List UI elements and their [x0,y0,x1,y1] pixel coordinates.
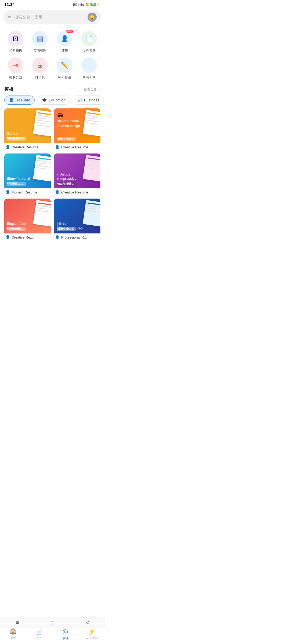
thumb-2-text: Stand out withcreative design [57,119,80,128]
tool-pdfmark[interactable]: ✏️ PDF标注 [53,57,76,80]
education-tab-label: Education [49,98,65,102]
status-bar: 12:34 157 KB/s 📶 95 ⚡ [0,0,105,8]
new-badge: NEW [66,30,74,33]
template-thumb-2: 🕶 Stand out withcreative design Resume M… [54,108,100,143]
user-icon-1: 👤 [5,145,10,149]
templates-section-header: 模板 查看全部 > [0,85,105,96]
doc-preview-4 [83,155,100,182]
thumb-1-badge: Resume Master [7,137,26,141]
template-thumb-1: Gettinghired faster Resume Master [4,108,51,143]
category-tabs: 👤 Resume 🎓 Education 📊 Business 📋 More [0,96,105,108]
pdfmark-label: PDF标注 [58,75,71,80]
templates-title: 模板 [4,86,13,92]
thumb-4-badge: Resume Master [57,182,76,186]
template-name-2: Creative Resume [61,145,88,149]
user-icon-4: 👤 [55,190,60,194]
doc-preview-6 [83,200,100,227]
user-icon-2: 👤 [55,145,60,149]
doc-preview-1 [33,110,51,137]
alltools-icon-wrap: ··· [81,57,97,73]
template-name-row-1: 👤 Creative Resume [4,143,51,150]
status-icons: 157 KB/s 📶 95 ⚡ [73,3,100,6]
template-name-6: Professional R... [61,235,87,239]
template-card-3[interactable]: Show PersonalCharm Resume Master 👤 Moder… [4,153,51,195]
business-tab-label: Business [84,98,99,102]
tool-alltools[interactable]: ··· 所有工具 [78,57,101,80]
view-all-button[interactable]: 查看全部 > [84,87,100,92]
template-thumb-6: GreenWell-structured Resume Master [54,199,100,233]
extract-label: 提取页面 [9,75,22,80]
template-card-6[interactable]: GreenWell-structured Resume Master 👤 Pro… [54,199,100,240]
battery-badge: 95 [90,3,96,6]
resume-icon-wrap: 👤 NEW [57,31,73,46]
business-tab-icon: 📊 [77,98,82,103]
template-name-3: Modern Resume [12,190,37,194]
resume-tab-label: Resume [16,98,30,102]
template-thumb-4: ♥ Unique♥ Impressive♥ Elegant Resume Mas… [54,153,100,188]
tool-grid: ⊡ 拍照扫描 ▤ 页面管理 👤 NEW 简历 📄 文档瘦身 ⇥ [0,29,105,85]
template-name-row-4: 👤 Creative Resume [54,188,100,195]
template-grid: Gettinghired faster Resume Master 👤 Crea… [0,108,105,245]
user-icon-5: 👤 [5,235,10,239]
thumb-3-badge: Resume Master [7,182,26,186]
signal-icon: 📶 [86,3,89,6]
avatar[interactable]: 😴 [88,13,97,22]
doc-preview-3 [33,155,51,182]
charging-icon: ⚡ [97,3,100,6]
menu-icon[interactable]: ≡ [8,15,11,20]
template-thumb-3: Show PersonalCharm Resume Master [4,153,51,188]
resume-label: 简历 [61,49,68,53]
tool-pagemanage[interactable]: ▤ 页面管理 [29,31,52,53]
alltools-label: 所有工具 [83,75,96,80]
slim-label: 文档瘦身 [83,49,96,53]
slim-icon-wrap: 📄 [81,31,97,46]
tab-education[interactable]: 🎓 Education [37,96,70,105]
tool-print[interactable]: 🖨 打印机 [29,57,52,80]
resume-tab-icon: 👤 [9,98,14,103]
tool-scan[interactable]: ⊡ 拍照扫描 [4,31,27,53]
tool-slim[interactable]: 📄 文档瘦身 [78,31,101,53]
status-time: 12:34 [4,2,15,7]
search-placeholder: 搜索文档、应用 [14,15,84,20]
template-card-5[interactable]: Elegant AndEnergetic Resume Master 👤 Cre… [4,199,51,240]
extract-icon-wrap: ⇥ [8,57,23,73]
thumb-2-badge: Resume Master [57,137,76,141]
pdfmark-icon-wrap: ✏️ [57,57,73,73]
user-icon-6: 👤 [55,235,60,239]
scan-icon-wrap: ⊡ [8,31,23,46]
user-icon-3: 👤 [5,190,10,194]
thumb-5-badge: Resume Master [7,227,26,231]
thumb-6-badge: Resume Master [57,227,76,231]
tab-resume[interactable]: 👤 Resume [4,96,35,105]
template-name-row-5: 👤 Creative Re... [4,233,51,240]
pagemanage-icon-wrap: ▤ [32,31,48,46]
doc-preview-5 [33,200,51,227]
template-name-row-3: 👤 Modern Resume [4,188,51,195]
doc-preview-2 [83,110,100,137]
print-icon-wrap: 🖨 [32,57,48,73]
template-name-row-6: 👤 Professional R... [54,233,100,240]
print-label: 打印机 [35,75,45,80]
template-card-4[interactable]: ♥ Unique♥ Impressive♥ Elegant Resume Mas… [54,153,100,195]
pagemanage-label: 页面管理 [34,49,46,53]
search-bar[interactable]: ≡ 搜索文档、应用 😴 [4,10,101,24]
scan-label: 拍照扫描 [9,49,22,53]
template-name-5: Creative Re... [12,235,33,239]
avatar-icon: 😴 [89,15,95,20]
template-thumb-5: Elegant AndEnergetic Resume Master [4,199,51,233]
tool-resume[interactable]: 👤 NEW 简历 [53,31,76,53]
template-name-row-2: 👤 Creative Resume [54,143,100,150]
education-tab-icon: 🎓 [42,98,47,103]
network-speed: 157 KB/s [73,3,85,6]
tab-business[interactable]: 📊 Business [73,96,104,105]
template-name-4: Creative Resume [61,190,88,194]
tool-extract[interactable]: ⇥ 提取页面 [4,57,27,80]
template-card-1[interactable]: Gettinghired faster Resume Master 👤 Crea… [4,108,51,150]
template-name-1: Creative Resume [12,145,38,149]
template-card-2[interactable]: 🕶 Stand out withcreative design Resume M… [54,108,100,150]
